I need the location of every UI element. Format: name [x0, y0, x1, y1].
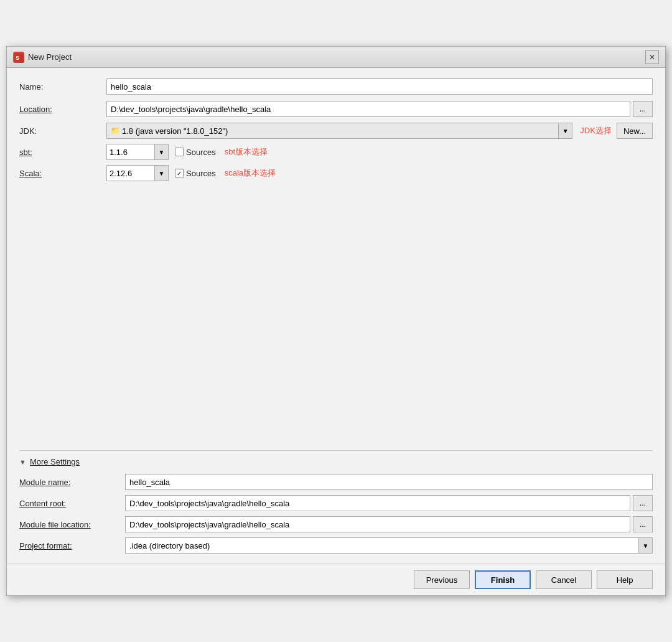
sbt-annotation: sbt版本选择 [225, 146, 268, 158]
dialog-title: New Project [28, 52, 72, 62]
app-icon: S [13, 52, 24, 63]
main-content-area [19, 186, 653, 448]
content-root-label: Content root: [19, 499, 125, 508]
location-input[interactable] [106, 101, 630, 117]
module-file-label: Module file location: [19, 520, 125, 529]
sbt-sources-checkbox[interactable] [175, 148, 184, 156]
scala-label: Scala: [19, 169, 106, 178]
more-settings-header[interactable]: ▼ More Settings [19, 457, 653, 466]
more-settings-label: More Settings [30, 457, 80, 466]
button-bar: Previous Finish Cancel Help [7, 564, 665, 595]
scala-version-select[interactable]: 2.12.6 [106, 165, 155, 181]
folder-icon: 📁 [111, 126, 120, 135]
name-label: Name: [19, 82, 106, 92]
project-format-wrapper: .idea (directory based) ▼ [125, 537, 653, 554]
location-label: Location: [19, 105, 106, 114]
scala-sources-checkbox[interactable]: ✓ [175, 169, 184, 177]
sbt-sources-check: Sources [175, 148, 216, 157]
module-name-label: Module name: [19, 478, 125, 487]
location-browse-button[interactable]: ... [633, 101, 653, 117]
close-button[interactable]: ✕ [645, 50, 659, 64]
jdk-label: JDK: [19, 126, 106, 136]
sbt-row: sbt: 1.1.6 ▼ Sources sbt版本选择 [19, 144, 653, 160]
scala-row: Scala: 2.12.6 ▼ ✓ Sources scala版本选择 [19, 165, 653, 181]
sbt-dropdown-arrow[interactable]: ▼ [155, 144, 169, 160]
scala-version-wrapper: 2.12.6 ▼ [106, 165, 169, 181]
more-settings-section: ▼ More Settings Module name: Content roo… [19, 450, 653, 554]
content-root-row: ... [125, 495, 653, 511]
project-format-dropdown-arrow[interactable]: ▼ [639, 537, 653, 554]
sbt-sources-label: Sources [186, 148, 216, 157]
dialog-body: Name: Location: ... JDK: 📁 1.8 (java ver… [7, 68, 665, 564]
sbt-label-text: sbt: [19, 148, 32, 157]
sbt-version-wrapper: 1.1.6 ▼ [106, 144, 169, 160]
new-project-dialog: S New Project ✕ Name: Location: ... JDK:… [6, 46, 666, 596]
name-input[interactable] [106, 78, 653, 95]
scala-annotation: scala版本选择 [225, 168, 276, 179]
content-root-browse-button[interactable]: ... [633, 495, 653, 511]
title-bar-left: S New Project [13, 52, 72, 63]
scala-sources-check: ✓ Sources [175, 169, 216, 178]
name-row: Name: [19, 78, 653, 95]
module-file-input[interactable] [125, 516, 630, 532]
title-bar: S New Project ✕ [7, 47, 665, 68]
svg-text:S: S [16, 55, 19, 61]
jdk-row: JDK: 📁 1.8 (java version "1.8.0_152") ▼ … [19, 123, 653, 139]
content-root-input[interactable] [125, 495, 630, 511]
scala-dropdown-arrow[interactable]: ▼ [155, 165, 169, 181]
module-file-row: ... [125, 516, 653, 532]
module-name-row [125, 474, 653, 490]
help-button[interactable]: Help [597, 570, 653, 589]
jdk-annotation: JDK选择 [580, 125, 612, 136]
location-row: Location: ... [19, 100, 653, 118]
jdk-value: 1.8 (java version "1.8.0_152") [122, 126, 228, 136]
jdk-dropdown-arrow[interactable]: ▼ [559, 123, 572, 139]
finish-button[interactable]: Finish [475, 570, 531, 589]
expand-triangle-icon: ▼ [19, 458, 26, 466]
scala-sources-label: Sources [186, 169, 216, 178]
project-format-select[interactable]: .idea (directory based) [125, 537, 639, 554]
jdk-wrapper: 📁 1.8 (java version "1.8.0_152") ▼ [106, 123, 572, 139]
settings-grid: Module name: Content root: ... Module fi… [19, 474, 653, 554]
jdk-display[interactable]: 📁 1.8 (java version "1.8.0_152") [106, 123, 559, 139]
cancel-button[interactable]: Cancel [536, 570, 592, 589]
sbt-label: sbt: [19, 148, 106, 157]
jdk-new-button[interactable]: New... [617, 123, 653, 139]
previous-button[interactable]: Previous [414, 570, 470, 589]
module-name-input[interactable] [125, 474, 653, 490]
module-file-browse-button[interactable]: ... [633, 516, 653, 532]
sbt-version-select[interactable]: 1.1.6 [106, 144, 155, 160]
project-format-label: Project format: [19, 541, 125, 550]
